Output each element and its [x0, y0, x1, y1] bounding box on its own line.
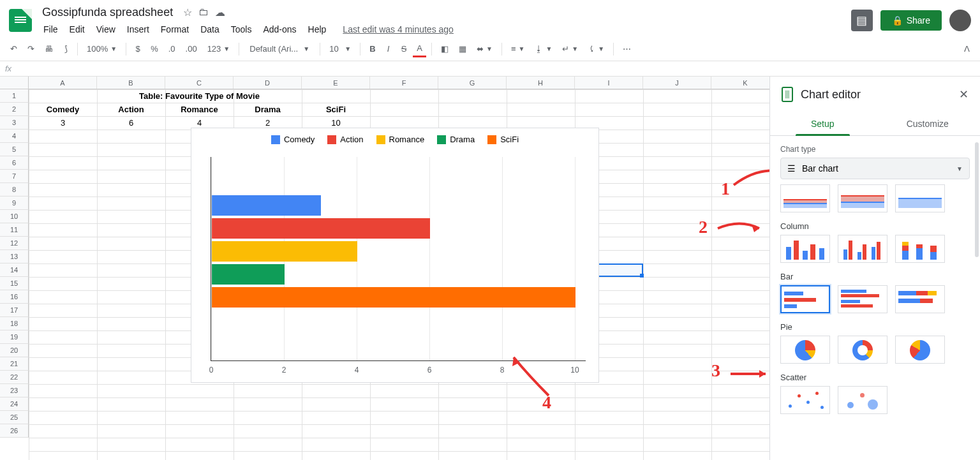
row-header[interactable]: 1: [0, 89, 29, 103]
chart-thumb-column-3[interactable]: [895, 235, 945, 263]
comments-button[interactable]: ▤: [851, 10, 873, 31]
row-header[interactable]: 5: [0, 143, 29, 156]
row-header[interactable]: 18: [0, 317, 29, 330]
paint-format-button[interactable]: ⟆: [59, 41, 72, 56]
cell-header[interactable]: Comedy: [29, 103, 97, 116]
chart-thumb-column-2[interactable]: [838, 235, 887, 263]
chart-thumb-bar-3[interactable]: [895, 285, 945, 313]
col-header[interactable]: J: [643, 77, 711, 89]
col-header[interactable]: H: [507, 77, 575, 89]
chart-thumb-pie-3[interactable]: [895, 336, 945, 364]
menu-format[interactable]: Format: [156, 22, 194, 37]
chart-thumb-pie-2[interactable]: [838, 336, 887, 364]
table-title-cell[interactable]: Table: Favourite Type of Movie: [97, 89, 302, 103]
share-button[interactable]: 🔒 Share: [880, 10, 942, 31]
col-header[interactable]: A: [29, 77, 97, 89]
col-header[interactable]: C: [165, 77, 234, 89]
menu-data[interactable]: Data: [195, 22, 225, 37]
row-header[interactable]: 16: [0, 290, 29, 304]
row-header[interactable]: 2: [0, 103, 29, 116]
italic-button[interactable]: I: [382, 41, 395, 56]
dec-increase-button[interactable]: .00: [182, 41, 201, 56]
chart-type-select[interactable]: ☰ Bar chart ▼: [780, 158, 970, 179]
menu-insert[interactable]: Insert: [122, 22, 154, 37]
col-header[interactable]: E: [302, 77, 370, 89]
move-icon[interactable]: 🗀: [198, 6, 209, 19]
last-edit-link[interactable]: Last edit was 4 minutes ago: [338, 22, 459, 37]
chart-thumb-area-1[interactable]: [780, 184, 830, 212]
menu-view[interactable]: View: [91, 22, 121, 37]
fill-color-button[interactable]: ◧: [437, 41, 452, 56]
col-header[interactable]: K: [711, 77, 769, 89]
menu-addons[interactable]: Add-ons: [258, 22, 301, 37]
select-all-corner[interactable]: [0, 77, 29, 89]
menu-file[interactable]: File: [38, 22, 63, 37]
star-icon[interactable]: ☆: [183, 6, 192, 19]
wrap-button[interactable]: ↵ ▼: [558, 41, 582, 56]
row-header[interactable]: 15: [0, 277, 29, 290]
font-size-select[interactable]: 10▼: [325, 41, 355, 56]
currency-button[interactable]: $: [131, 41, 144, 56]
row-header[interactable]: 11: [0, 223, 29, 237]
row-header[interactable]: 17: [0, 304, 29, 317]
chart-thumb-column-1[interactable]: [780, 235, 830, 263]
chart-thumb-pie-1[interactable]: [780, 336, 830, 364]
chart-thumb-area-3[interactable]: [895, 184, 945, 212]
bold-button[interactable]: B: [366, 41, 379, 56]
cell-header[interactable]: Action: [97, 103, 165, 116]
row-header[interactable]: 10: [0, 210, 29, 223]
cell-value[interactable]: 3: [29, 116, 97, 130]
row-header[interactable]: 23: [0, 384, 29, 397]
col-header[interactable]: D: [234, 77, 302, 89]
formula-bar[interactable]: fx: [0, 61, 980, 77]
row-header[interactable]: 13: [0, 250, 29, 263]
font-select[interactable]: Default (Ari...▼: [244, 44, 315, 54]
embedded-chart[interactable]: ComedyActionRomanceDramaSciFi 0246810: [191, 128, 599, 383]
column-headers[interactable]: ABCDEFGHIJK: [29, 77, 769, 89]
chart-thumb-scatter-2[interactable]: [838, 386, 887, 414]
row-header[interactable]: 12: [0, 237, 29, 250]
account-avatar[interactable]: [949, 10, 971, 31]
doc-title[interactable]: Gossipfunda spreadsheet: [38, 4, 177, 20]
borders-button[interactable]: ▦: [455, 41, 470, 56]
chart-thumb-scatter-1[interactable]: [780, 386, 830, 414]
strike-button[interactable]: S: [397, 41, 411, 56]
cell-header[interactable]: Drama: [234, 103, 302, 116]
redo-button[interactable]: ↷: [24, 41, 38, 56]
valign-button[interactable]: ⭳ ▼: [531, 41, 556, 56]
row-header[interactable]: 14: [0, 263, 29, 277]
more-toolbar-button[interactable]: ⋯: [619, 41, 635, 56]
row-header[interactable]: 25: [0, 411, 29, 424]
halign-button[interactable]: ≡ ▼: [507, 41, 529, 56]
col-header[interactable]: B: [97, 77, 165, 89]
tab-setup[interactable]: Setup: [770, 112, 875, 135]
chart-thumb-bar-1[interactable]: [780, 285, 830, 313]
rotate-button[interactable]: ⤹ ▼: [584, 41, 608, 56]
row-header[interactable]: 21: [0, 357, 29, 371]
row-header[interactable]: 26: [0, 424, 29, 438]
row-header[interactable]: 7: [0, 170, 29, 183]
row-header[interactable]: 19: [0, 330, 29, 344]
undo-button[interactable]: ↶: [6, 41, 21, 56]
row-header[interactable]: 20: [0, 344, 29, 357]
text-color-button[interactable]: A: [413, 41, 426, 57]
zoom-select[interactable]: 100%▼: [83, 41, 121, 56]
chart-thumb-bar-2[interactable]: [838, 285, 887, 313]
row-header[interactable]: 3: [0, 116, 29, 130]
row-header[interactable]: 8: [0, 183, 29, 197]
dec-decrease-button[interactable]: .0: [165, 41, 179, 56]
merge-button[interactable]: ⬌ ▼: [473, 41, 496, 56]
tab-customize[interactable]: Customize: [875, 112, 981, 135]
row-header[interactable]: 24: [0, 397, 29, 411]
close-panel-button[interactable]: ✕: [959, 87, 969, 101]
row-header[interactable]: 9: [0, 197, 29, 210]
row-header[interactable]: 22: [0, 371, 29, 384]
col-header[interactable]: G: [438, 77, 507, 89]
sheets-logo-icon[interactable]: [9, 9, 32, 32]
more-formats-button[interactable]: 123▼: [204, 41, 234, 56]
spreadsheet-grid[interactable]: ABCDEFGHIJK 1234567891011121314151617181…: [0, 77, 769, 460]
cell-header[interactable]: Romance: [165, 103, 234, 116]
print-button[interactable]: 🖶: [41, 41, 57, 56]
collapse-toolbar-button[interactable]: ᐱ: [960, 41, 974, 56]
chart-thumb-area-2[interactable]: [838, 184, 887, 212]
